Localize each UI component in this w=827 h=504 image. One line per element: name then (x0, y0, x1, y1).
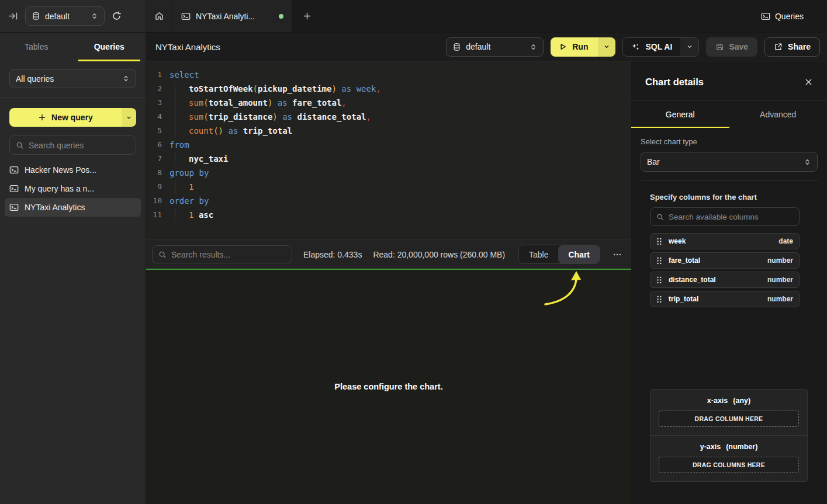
results-search-input[interactable] (171, 250, 286, 259)
terminal-icon (761, 12, 770, 21)
topbar-database-select[interactable]: default (25, 6, 105, 26)
query-list-item-label: My query has a n... (25, 184, 94, 193)
results-bar: Elapsed: 0.433s Read: 20,000,000 rows (2… (146, 239, 631, 269)
updown-chevron-icon (530, 43, 537, 51)
line-number: 2 (146, 82, 162, 96)
topbar-right: NYTaxi Analyti... Queries (146, 0, 827, 33)
column-type: number (767, 295, 793, 303)
chart-type-value: Bar (647, 157, 799, 166)
column-row-week[interactable]: weekdate (650, 233, 800, 249)
column-row-distance_total[interactable]: distance_totalnumber (650, 272, 800, 288)
unsaved-changes-dot (279, 14, 283, 19)
query-list-item[interactable]: NYTaxi Analytics (5, 198, 141, 217)
sidebar: All queries New query (0, 61, 146, 504)
more-options-button[interactable] (611, 248, 623, 262)
indent-guide (175, 96, 189, 110)
page-title: NYTaxi Analytics (155, 42, 220, 52)
columns-search-input[interactable] (669, 213, 793, 221)
x-axis-label: x-axis(any) (659, 397, 799, 405)
sidebar-tabs: TablesQueries (0, 33, 146, 61)
drag-handle-icon (656, 238, 662, 245)
query-list: Hacker News Pos...My query has a n...NYT… (5, 161, 141, 217)
rows-read-stats: Read: 20,000,000 rows (260.00 MB) (373, 250, 505, 259)
panel-divider (641, 180, 818, 181)
new-tab-button[interactable] (292, 0, 321, 32)
share-button[interactable]: Share (764, 37, 820, 57)
run-button-label: Run (572, 42, 588, 51)
query-list-item[interactable]: My query has a n... (5, 179, 141, 198)
column-row-trip_total[interactable]: trip_totalnumber (650, 291, 800, 307)
sql-ai-options-caret[interactable] (680, 38, 698, 56)
sidebar-tab-queries[interactable]: Queries (73, 33, 146, 61)
indent-guide (175, 152, 189, 166)
chevron-down-icon (126, 114, 132, 121)
home-button[interactable] (146, 0, 173, 32)
topbar-database-value: default (45, 12, 86, 21)
chart-details-panel: Chart details GeneralAdvanced Select cha… (631, 61, 827, 504)
search-icon (158, 251, 167, 259)
search-icon (656, 213, 664, 221)
toolbar-database-value: default (466, 42, 525, 51)
code-line: 3sum(total_amount) as fare_total, (146, 96, 631, 110)
play-icon (559, 43, 567, 51)
database-icon (452, 43, 461, 51)
sql-ai-button[interactable]: SQL AI (623, 38, 680, 56)
new-query-options-caret[interactable] (122, 108, 136, 127)
code-line: 5count() as trip_total (146, 124, 631, 138)
line-number: 10 (146, 194, 162, 208)
query-list-item[interactable]: Hacker News Pos... (5, 161, 141, 179)
close-icon[interactable] (804, 78, 813, 86)
code-line: 91 (146, 180, 631, 194)
view-tab-chart[interactable]: Chart (558, 245, 600, 263)
code-line: 8group by (146, 166, 631, 180)
chart-type-select[interactable]: Bar (641, 152, 818, 172)
sidebar-search-input[interactable] (29, 141, 130, 150)
column-name: week (669, 237, 686, 245)
sql-editor[interactable]: 1select2toStartOfWeek(pickup_datetime) a… (146, 61, 631, 239)
column-row-fare_total[interactable]: fare_totalnumber (650, 252, 800, 269)
query-tab[interactable]: NYTaxi Analyti... (173, 0, 292, 32)
sidebar-tab-tables[interactable]: Tables (0, 33, 73, 61)
line-number: 9 (146, 180, 162, 194)
collapse-sidebar-icon[interactable] (8, 11, 18, 21)
panel-tabs: GeneralAdvanced (631, 101, 827, 128)
y-axis-drop-zone[interactable]: DRAG COLUMNS HERE (659, 457, 799, 473)
more-icon (613, 250, 622, 259)
panel-tab-general[interactable]: General (631, 101, 729, 128)
line-number: 3 (146, 96, 162, 110)
drag-handle-icon (656, 276, 662, 284)
columns-section: Specify columns for the chart weekdatefa… (650, 192, 800, 307)
new-query-button[interactable]: New query (9, 108, 122, 127)
terminal-icon (9, 203, 19, 212)
x-axis-drop-zone[interactable]: DRAG COLUMN HERE (659, 411, 799, 427)
updown-chevron-icon (122, 75, 130, 82)
queries-nav-button[interactable]: Queries (761, 0, 827, 32)
code-line: 2toStartOfWeek(pickup_datetime) as week, (146, 82, 631, 96)
refresh-icon[interactable] (112, 11, 122, 21)
sql-ai-button-group: SQL AI (622, 37, 699, 57)
query-filter-value: All queries (16, 74, 117, 84)
save-button[interactable]: Save (706, 37, 757, 57)
column-name: distance_total (669, 276, 716, 284)
code-text: count() as trip_total (162, 124, 292, 138)
topbar-left: default (0, 0, 146, 33)
code-line: 4sum(trip_distance) as distance_total, (146, 110, 631, 124)
toolbar-database-select[interactable]: default (446, 37, 544, 57)
query-filter-select[interactable]: All queries (9, 69, 136, 88)
run-options-caret[interactable] (598, 37, 615, 57)
chart-placeholder-message: Please configure the chart. (146, 382, 631, 391)
sidebar-divider (0, 98, 146, 98)
search-icon (16, 141, 24, 150)
column-type: date (778, 237, 793, 245)
drag-handle-icon (656, 257, 662, 265)
updown-chevron-icon (91, 12, 98, 20)
run-button[interactable]: Run (551, 37, 598, 57)
elapsed-time: Elapsed: 0.433s (303, 250, 362, 259)
view-tab-table[interactable]: Table (519, 245, 558, 263)
panel-tab-advanced[interactable]: Advanced (729, 101, 827, 128)
line-number: 1 (146, 68, 162, 82)
code-text: order by (162, 194, 209, 208)
indent-guide (175, 180, 189, 194)
line-number: 8 (146, 166, 162, 180)
line-number: 7 (146, 152, 162, 166)
